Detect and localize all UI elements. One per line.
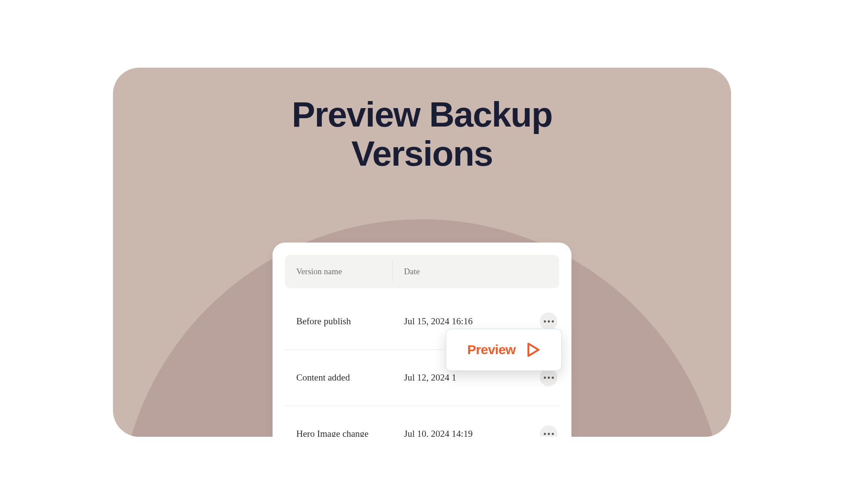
version-date: Jul 10, 2024 14:19 — [393, 428, 559, 437]
versions-panel: Version name Date Before publish Jul 15,… — [273, 243, 571, 437]
preview-label: Preview — [467, 342, 516, 357]
more-icon — [548, 377, 550, 379]
more-icon — [548, 433, 550, 435]
version-name: Before publish — [285, 316, 393, 327]
feature-card: Preview Backup Versions Version name Dat… — [113, 68, 731, 437]
more-icon — [548, 320, 550, 323]
play-icon — [527, 342, 540, 357]
more-icon — [552, 377, 554, 379]
version-date: Jul 12, 2024 1 — [393, 372, 559, 383]
more-icon — [544, 377, 546, 379]
table-row: Before publish Jul 15, 2024 16:16 Previe… — [285, 294, 559, 350]
row-actions-button[interactable] — [540, 312, 557, 330]
more-icon — [544, 433, 546, 435]
more-icon — [552, 433, 554, 435]
version-name: Hero Image change — [285, 428, 393, 437]
version-name: Content added — [285, 372, 393, 383]
table-body: Before publish Jul 15, 2024 16:16 Previe… — [285, 288, 559, 437]
table-row: Hero Image change Jul 10, 2024 14:19 — [285, 406, 559, 437]
page-title: Preview Backup Versions — [113, 95, 731, 174]
version-date: Jul 15, 2024 16:16 — [393, 316, 559, 327]
column-header-date: Date — [393, 255, 559, 288]
preview-popover[interactable]: Preview — [446, 329, 562, 371]
table-header: Version name Date — [285, 255, 559, 288]
column-header-name: Version name — [285, 255, 393, 288]
row-actions-button[interactable] — [540, 369, 557, 386]
row-actions-button[interactable] — [540, 425, 557, 437]
more-icon — [552, 320, 554, 323]
more-icon — [544, 320, 546, 323]
